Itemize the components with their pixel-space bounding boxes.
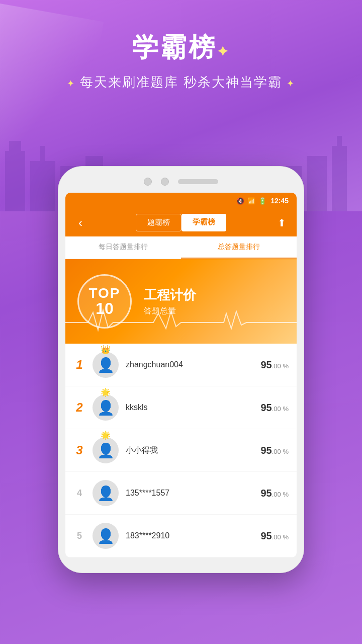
camera-right [161,178,169,186]
rank-name-1: zhangchuan004 [126,360,254,369]
mute-icon: 🔇 [236,197,244,205]
back-button[interactable]: ‹ [72,216,88,230]
rank-name-2: kkskls [126,403,254,412]
svg-rect-1 [9,141,21,151]
phone-screen: 🔇 📶 🔋 12:45 ‹ 题霸榜 学霸榜 ⬆ 每日答题量排行 总答题量排行 T… [65,193,297,557]
svg-rect-9 [332,146,347,211]
rank-name-3: 小小得我 [126,445,254,456]
rank-item-3: 3 🌟 👤 小小得我 95.00 % [65,429,297,472]
rank-avatar-1: 👑 👤 [93,352,119,378]
camera-left [144,178,152,186]
rank-score-2: 95.00 % [261,402,289,414]
crown-icon-2: 🌟 [101,387,111,397]
tab-tiba[interactable]: 题霸榜 [136,214,182,231]
share-button[interactable]: ⬆ [274,217,290,229]
avatar-icon-3: 👤 [97,442,115,459]
signal-icon: 📶 [247,197,255,205]
avatar-icon-1: 👤 [97,357,115,373]
rank-score-1: 95.00 % [261,359,289,371]
svg-rect-3 [40,146,45,161]
battery-icon: 🔋 [258,197,266,205]
subtab-total[interactable]: 总答题量排行 [181,236,297,259]
rank-score-5: 95.00 % [261,530,289,542]
crown-icon-3: 🌟 [101,430,111,440]
rank-avatar-4: 👤 [93,480,119,506]
svg-rect-0 [5,151,25,211]
rank-name-5: 183****2910 [126,531,254,540]
title-area: 学霸榜✦ ✦ 每天来刷准题库 秒杀大神当学霸 ✦ [0,30,362,91]
avatar-icon-5: 👤 [97,528,115,544]
avatar-icon-4: 👤 [97,485,115,502]
rank-number-3: 3 [73,443,85,457]
top10-banner: TOP 10 工程计价 答题总量 [65,259,297,344]
tab-group: 题霸榜 学霸榜 [94,214,268,231]
rank-avatar-3: 🌟 👤 [93,437,119,463]
subtitle: ✦ 每天来刷准题库 秒杀大神当学霸 ✦ [0,73,362,91]
rank-item-4: 4 👤 135****1557 95.00 % [65,472,297,515]
sub-tabs: 每日答题量排行 总答题量排行 [65,236,297,259]
page-title: 学霸榜✦ [0,30,362,65]
svg-rect-8 [307,156,327,211]
status-bar: 🔇 📶 🔋 12:45 [65,193,297,209]
rank-avatar-2: 🌟 👤 [93,394,119,421]
banner-title: 工程计价 [144,286,297,304]
svg-rect-2 [30,161,55,211]
heartbeat-line [65,307,297,335]
crown-icon-1: 👑 [101,345,111,354]
rank-score-4: 95.00 % [261,488,289,499]
rank-item-1: 1 👑 👤 zhangchuan004 95.00 % [65,344,297,386]
rank-avatar-5: 👤 [93,523,119,549]
phone-mockup: 🔇 📶 🔋 12:45 ‹ 题霸榜 学霸榜 ⬆ 每日答题量排行 总答题量排行 T… [58,166,304,573]
rank-number-4: 4 [73,488,85,499]
rank-item-5: 5 👤 183****2910 95.00 % [65,515,297,557]
rank-number-2: 2 [73,400,85,415]
rank-score-3: 95.00 % [261,445,289,456]
rank-item-2: 2 🌟 👤 kkskls 95.00 % [65,386,297,429]
top-text: TOP [88,286,120,300]
avatar-icon-2: 👤 [97,399,115,416]
subtab-daily[interactable]: 每日答题量排行 [65,236,181,259]
tab-xueba[interactable]: 学霸榜 [182,214,226,231]
status-icons: 🔇 📶 🔋 [236,197,266,205]
app-header: ‹ 题霸榜 学霸榜 ⬆ [65,209,297,236]
speaker-bar [178,179,218,184]
rank-name-4: 135****1557 [126,489,254,498]
status-time: 12:45 [270,197,289,205]
phone-top-bar [65,178,297,186]
svg-rect-10 [337,136,342,146]
rank-list: 1 👑 👤 zhangchuan004 95.00 % 2 🌟 👤 [65,344,297,557]
rank-number-1: 1 [73,358,85,372]
rank-number-5: 5 [73,531,85,541]
